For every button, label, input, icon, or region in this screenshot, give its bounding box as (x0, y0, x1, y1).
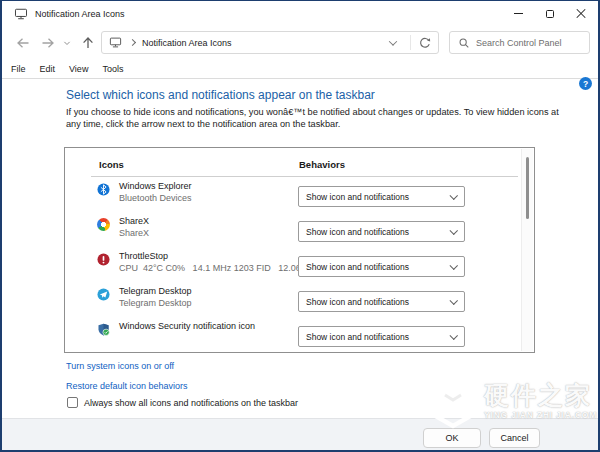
address-bar[interactable]: Notification Area Icons (101, 31, 439, 54)
dialog-footer: OK Cancel (2, 418, 598, 450)
menu-edit[interactable]: Edit (40, 64, 56, 74)
chevron-down-icon (449, 261, 457, 269)
forward-icon[interactable] (40, 35, 56, 51)
always-show-checkbox[interactable] (67, 397, 78, 408)
watermark-title: 硬件之家 (484, 382, 597, 408)
navigation-bar: Notification Area Icons (2, 26, 598, 59)
column-header-icons: Icons (99, 159, 124, 170)
windows-security-icon (97, 323, 110, 336)
close-icon (576, 9, 586, 19)
breadcrumb-separator-icon (129, 39, 136, 46)
ok-button[interactable]: OK (423, 428, 481, 448)
window-title: Notification Area Icons (35, 9, 125, 19)
throttlestop-icon (97, 253, 110, 266)
up-icon[interactable] (80, 35, 96, 51)
chevron-down-icon (449, 226, 457, 234)
title-bar[interactable]: Notification Area Icons (2, 1, 598, 26)
menu-file[interactable]: File (11, 64, 26, 74)
item-subtitle: Telegram Desktop (119, 298, 192, 308)
list-row[interactable]: Windows Explorer Bluetooth Devices Show … (65, 180, 517, 215)
menu-view[interactable]: View (69, 64, 88, 74)
list-row[interactable]: Windows Security notification icon Show … (65, 320, 517, 355)
search-input[interactable] (476, 38, 581, 48)
back-icon[interactable] (15, 35, 31, 51)
sharex-icon (97, 218, 110, 231)
telegram-icon (97, 288, 110, 301)
recent-pages-chevron-icon[interactable] (61, 35, 73, 51)
behavior-select[interactable]: Show icon and notifications (298, 186, 465, 207)
page-title: Select which icons and notifications app… (66, 88, 375, 102)
minimize-icon (514, 13, 523, 14)
page-description: If you choose to hide icons and notifica… (66, 107, 562, 130)
chevron-down-icon (449, 296, 457, 304)
link-turn-system-icons[interactable]: Turn system icons on or off (66, 361, 174, 371)
item-title: ThrottleStop (119, 251, 168, 261)
item-subtitle: ShareX (119, 228, 149, 238)
header-divider (91, 176, 518, 177)
notification-area-icons-window: Notification Area Icons Notification Are (0, 0, 600, 452)
list-row[interactable]: Telegram Desktop Telegram Desktop Show i… (65, 285, 517, 320)
item-title: Telegram Desktop (119, 286, 192, 296)
computer-icon (14, 7, 28, 21)
column-header-behaviors: Behaviors (299, 159, 345, 170)
checkbox-label[interactable]: Always show all icons and notifications … (84, 398, 298, 408)
address-divider (410, 35, 411, 50)
behavior-select[interactable]: Show icon and notifications (298, 326, 465, 347)
maximize-icon (546, 10, 554, 18)
item-title: ShareX (119, 216, 149, 226)
item-subtitle: CPU 42°C C0% 14.1 MHz 1203 FID 12.06 (119, 263, 301, 273)
link-restore-defaults[interactable]: Restore default icon behaviors (66, 381, 188, 391)
close-button[interactable] (565, 1, 596, 26)
icons-behaviors-list: Icons Behaviors Windows Explorer Bluetoo… (64, 147, 535, 353)
menu-bar: File Edit View Tools (2, 59, 598, 79)
behavior-select[interactable]: Show icon and notifications (298, 291, 465, 312)
search-box[interactable] (449, 31, 590, 54)
breadcrumb[interactable]: Notification Area Icons (142, 38, 232, 48)
minimize-button[interactable] (503, 1, 534, 26)
search-icon (458, 37, 470, 49)
item-subtitle: Bluetooth Devices (119, 193, 192, 203)
list-row[interactable]: ShareX ShareX Show icon and notification… (65, 215, 517, 250)
help-button[interactable]: ? (579, 77, 592, 90)
cancel-button[interactable]: Cancel (489, 428, 540, 448)
chevron-down-icon (449, 191, 457, 199)
always-show-checkbox-row: Always show all icons and notifications … (67, 397, 298, 408)
maximize-button[interactable] (534, 1, 565, 26)
behavior-select[interactable]: Show icon and notifications (298, 256, 465, 277)
item-title: Windows Explorer (119, 181, 192, 191)
address-dropdown-icon[interactable] (389, 37, 397, 45)
behavior-select[interactable]: Show icon and notifications (298, 221, 465, 242)
bluetooth-icon (97, 183, 110, 196)
list-row[interactable]: ThrottleStop CPU 42°C C0% 14.1 MHz 1203 … (65, 250, 517, 285)
refresh-icon[interactable] (418, 36, 432, 50)
menu-tools[interactable]: Tools (102, 64, 123, 74)
item-title: Windows Security notification icon (119, 321, 255, 331)
chevron-down-icon (449, 331, 457, 339)
scrollbar-thumb[interactable] (526, 157, 529, 219)
scrollbar-track[interactable] (521, 149, 533, 351)
computer-icon (109, 36, 122, 49)
